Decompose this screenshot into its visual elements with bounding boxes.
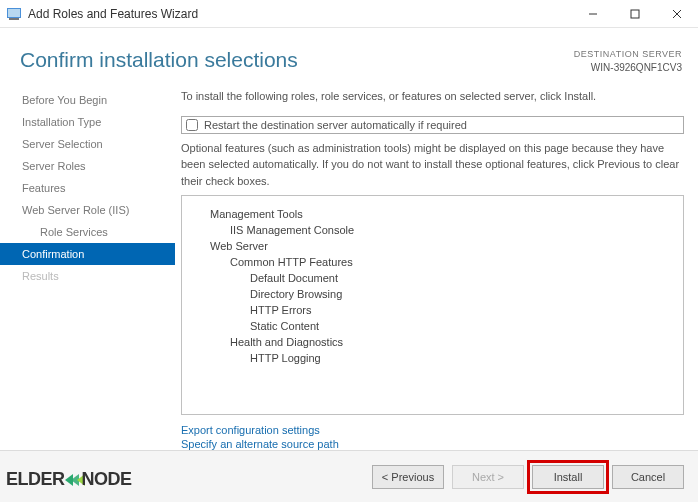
- feature-item: HTTP Logging: [190, 350, 675, 366]
- nav-server-roles[interactable]: Server Roles: [0, 155, 175, 177]
- wizard-nav: Before You Begin Installation Type Serve…: [0, 85, 175, 451]
- nav-installation-type[interactable]: Installation Type: [0, 111, 175, 133]
- page-title: Confirm installation selections: [20, 48, 574, 72]
- previous-button[interactable]: < Previous: [372, 465, 444, 489]
- features-list[interactable]: Management Tools IIS Management Console …: [181, 195, 684, 414]
- minimize-button[interactable]: [572, 0, 614, 28]
- alt-source-path-link[interactable]: Specify an alternate source path: [181, 437, 684, 451]
- watermark: ELDER NODE: [6, 469, 132, 490]
- restart-checkbox[interactable]: [186, 119, 198, 131]
- destination-label: DESTINATION SERVER: [574, 48, 682, 61]
- feature-item: IIS Management Console: [190, 222, 675, 238]
- feature-item: HTTP Errors: [190, 302, 675, 318]
- action-links: Export configuration settings Specify an…: [181, 423, 684, 451]
- instruction-text: To install the following roles, role ser…: [181, 89, 684, 104]
- watermark-part1: ELDER: [6, 469, 65, 490]
- svg-rect-2: [9, 18, 19, 20]
- svg-rect-4: [631, 10, 639, 18]
- close-button[interactable]: [656, 0, 698, 28]
- main-panel: To install the following roles, role ser…: [175, 85, 698, 451]
- svg-rect-1: [8, 9, 20, 17]
- nav-features[interactable]: Features: [0, 177, 175, 199]
- feature-item: Default Document: [190, 270, 675, 286]
- optional-features-text: Optional features (such as administratio…: [181, 140, 684, 190]
- feature-item: Web Server: [190, 238, 675, 254]
- header: Confirm installation selections DESTINAT…: [0, 28, 698, 85]
- nav-results: Results: [0, 265, 175, 287]
- restart-label: Restart the destination server automatic…: [204, 119, 467, 131]
- feature-item: Common HTTP Features: [190, 254, 675, 270]
- titlebar: Add Roles and Features Wizard: [0, 0, 698, 28]
- maximize-button[interactable]: [614, 0, 656, 28]
- destination-info: DESTINATION SERVER WIN-3926QNF1CV3: [574, 48, 682, 75]
- nav-before-you-begin[interactable]: Before You Begin: [0, 89, 175, 111]
- wizard-icon: [6, 6, 22, 22]
- nav-web-server-role[interactable]: Web Server Role (IIS): [0, 199, 175, 221]
- feature-item: Static Content: [190, 318, 675, 334]
- next-button: Next >: [452, 465, 524, 489]
- nav-confirmation[interactable]: Confirmation: [0, 243, 175, 265]
- watermark-part2: NODE: [82, 469, 132, 490]
- feature-item: Health and Diagnostics: [190, 334, 675, 350]
- window-controls: [572, 0, 698, 28]
- nav-role-services[interactable]: Role Services: [0, 221, 175, 243]
- nav-server-selection[interactable]: Server Selection: [0, 133, 175, 155]
- cancel-button[interactable]: Cancel: [612, 465, 684, 489]
- export-config-link[interactable]: Export configuration settings: [181, 423, 684, 437]
- feature-item: Management Tools: [190, 206, 675, 222]
- restart-checkbox-row[interactable]: Restart the destination server automatic…: [181, 116, 684, 134]
- titlebar-title: Add Roles and Features Wizard: [28, 7, 572, 21]
- feature-item: Directory Browsing: [190, 286, 675, 302]
- install-button[interactable]: Install: [532, 465, 604, 489]
- destination-server: WIN-3926QNF1CV3: [574, 61, 682, 75]
